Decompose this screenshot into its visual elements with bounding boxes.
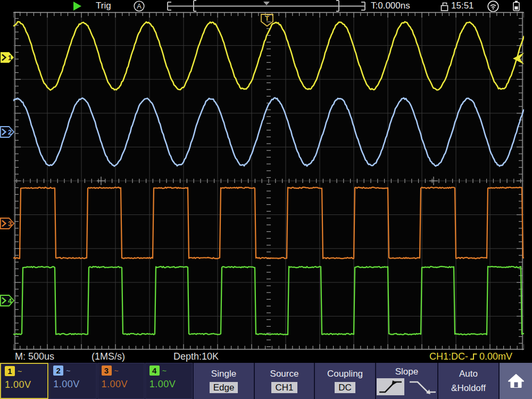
timebase-readout: M: 500us	[15, 350, 54, 363]
bottom-menu: 1 ~ 1.00V 2 ~ 1.00V 3 ~ 1.00V	[0, 363, 532, 399]
menu-single-value[interactable]: Edge	[210, 382, 238, 393]
svg-text:A: A	[137, 2, 142, 10]
auto-trigger-icon[interactable]: A	[134, 1, 145, 12]
menu-source[interactable]: Source CH1	[254, 363, 314, 399]
menu-coupling-value[interactable]: DC	[335, 382, 355, 393]
rising-edge-icon	[470, 352, 478, 361]
menu-auto-line2: &Holdoff	[451, 383, 486, 393]
top-bar: Trig A T:0.000ns 15:51	[0, 0, 532, 12]
svg-text:1: 1	[8, 54, 12, 62]
channel-4-box[interactable]: 4 ~ 1.00V	[145, 363, 193, 399]
sample-rate-readout: (1MS/s)	[92, 350, 125, 363]
svg-text:4: 4	[8, 297, 12, 305]
clock: 15:51	[451, 0, 474, 12]
channel-strip: 1 ~ 1.00V 2 ~ 1.00V 3 ~ 1.00V	[0, 363, 193, 399]
channel-1-scale: 1.00V	[5, 379, 44, 390]
menu-slope[interactable]: Slope	[375, 363, 437, 399]
channel-4-position-marker[interactable]: 4	[0, 295, 15, 306]
home-button[interactable]	[498, 363, 532, 399]
battery-icon	[512, 1, 520, 11]
channel-4-coupling: ~	[162, 367, 167, 375]
channel-1-coupling: ~	[18, 367, 22, 376]
wifi-icon[interactable]	[487, 1, 499, 12]
channel-3-position-marker[interactable]: 3	[0, 218, 15, 229]
trig-label: Trig	[96, 0, 111, 12]
channel-2-box[interactable]: 2 ~ 1.00V	[49, 363, 96, 399]
channel-1-box[interactable]: 1 ~ 1.00V	[0, 363, 48, 399]
menu-auto-holdoff[interactable]: Auto &Holdoff	[437, 363, 498, 399]
channel-3-box[interactable]: 3 ~ 1.00V	[97, 363, 145, 399]
channel-2-scale: 1.00V	[53, 379, 92, 390]
trigger-level-value: 0.00mV	[479, 351, 512, 362]
trigger-readout: CH1:DC- 0.00mV	[429, 350, 512, 363]
falling-edge-icon[interactable]	[408, 378, 437, 395]
menu-single[interactable]: Single Edge	[193, 363, 254, 399]
play-icon[interactable]	[72, 2, 82, 11]
time-offset-readout: T:0.000ns	[371, 0, 410, 12]
trace-ch4	[13, 267, 524, 335]
channel-2-coupling: ~	[66, 367, 70, 375]
oscilloscope-screen: Trig A T:0.000ns 15:51	[0, 0, 532, 399]
channel-3-coupling: ~	[114, 367, 119, 375]
channel-1-badge: 1	[5, 366, 15, 376]
channel-2-badge: 2	[53, 365, 63, 376]
home-icon	[508, 373, 525, 388]
trigger-source-coupling: CH1:DC-	[429, 351, 468, 362]
menu-source-label: Source	[270, 369, 299, 379]
channel-3-scale: 1.00V	[102, 379, 140, 390]
menu-coupling[interactable]: Coupling DC	[314, 363, 375, 399]
channel-1-position-marker[interactable]: 1	[0, 52, 15, 63]
waveform-display[interactable]	[13, 12, 524, 350]
lock-open-icon[interactable]	[440, 2, 449, 11]
menu-auto-line1: Auto	[459, 369, 478, 379]
trace-ch2	[13, 98, 524, 167]
channel-2-position-marker[interactable]: 2	[0, 126, 15, 138]
scope-graticule-and-traces	[13, 12, 524, 350]
menu-coupling-label: Coupling	[327, 369, 363, 379]
channel-4-scale: 1.00V	[149, 379, 188, 390]
svg-text:3: 3	[8, 220, 12, 228]
rising-edge-icon[interactable]	[377, 378, 404, 395]
menu-source-value[interactable]: CH1	[271, 382, 297, 393]
depth-readout: Depth:10K	[173, 350, 219, 363]
status-bar: M: 500us (1MS/s) Depth:10K CH1:DC- 0.00m…	[0, 350, 532, 363]
menu-single-label: Single	[211, 369, 236, 379]
horizontal-position-indicator[interactable]	[166, 0, 367, 12]
trigger-position-pointer	[263, 2, 270, 5]
channel-3-badge: 3	[102, 365, 112, 376]
menu-slope-label: Slope	[395, 367, 418, 377]
channel-4-badge: 4	[149, 365, 160, 376]
svg-text:2: 2	[8, 128, 12, 136]
